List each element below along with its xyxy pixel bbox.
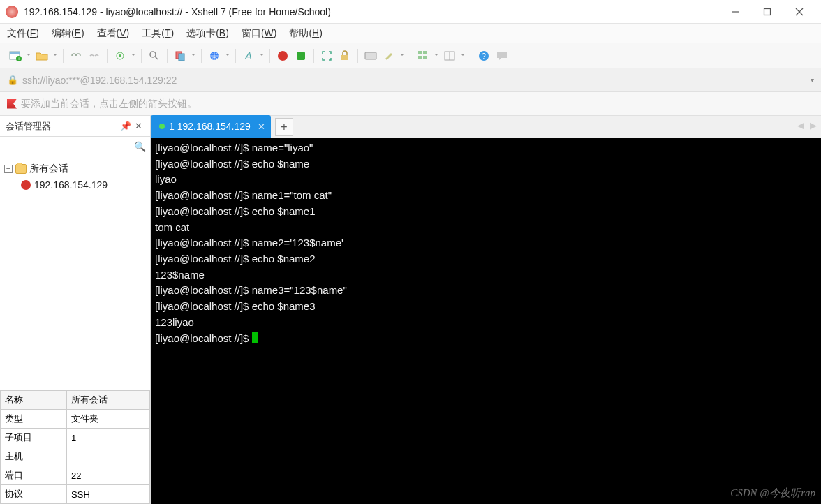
session-manager-title: 会话管理器 (6, 120, 51, 133)
svg-rect-22 (423, 56, 427, 59)
session-tree: − 所有会话 192.168.154.129 (0, 156, 150, 390)
app-logo-icon (6, 6, 18, 18)
prop-header-name: 名称 (1, 391, 67, 410)
search-icon[interactable] (146, 47, 163, 64)
tree-session-label: 192.168.154.129 (34, 179, 108, 191)
lock-small-icon: 🔒 (7, 75, 18, 85)
svg-rect-1 (764, 8, 771, 15)
svg-rect-13 (179, 54, 184, 61)
address-dropdown-icon[interactable]: ▾ (811, 76, 814, 84)
address-text: ssh://liyao:***@192.168.154.129:22 (22, 75, 811, 86)
help-icon[interactable]: ? (475, 47, 492, 64)
settings-icon[interactable] (112, 47, 128, 64)
prop-header-value: 所有会话 (67, 391, 150, 410)
session-search-row: 🔍 (0, 137, 150, 156)
settings-dropdown[interactable] (130, 47, 137, 64)
font-icon[interactable]: A (240, 47, 257, 64)
menu-edit[interactable]: 编辑(E) (52, 27, 84, 40)
svg-rect-17 (341, 55, 348, 60)
window-titlebar: 192.168.154.129 - liyao@localhost:// - X… (0, 0, 821, 24)
svg-text:?: ? (482, 52, 486, 60)
grid-dropdown[interactable] (433, 47, 440, 64)
toolbar: + A ? (0, 43, 821, 68)
address-bar[interactable]: 🔒 ssh://liyao:***@192.168.154.129:22 ▾ (0, 68, 821, 92)
close-button[interactable] (783, 1, 815, 22)
minimize-button[interactable] (719, 1, 751, 22)
table-row: 子项目1 (1, 429, 150, 447)
menu-bar: 文件(F) 编辑(E) 查看(V) 工具(T) 选项卡(B) 窗口(W) 帮助(… (0, 24, 821, 43)
menu-file[interactable]: 文件(F) (7, 27, 39, 40)
window-title: 192.168.154.129 - liyao@localhost:// - X… (24, 6, 719, 17)
table-row: 端口22 (1, 466, 150, 485)
highlight-dropdown[interactable] (399, 47, 406, 64)
search-small-icon[interactable]: 🔍 (134, 141, 146, 152)
svg-line-11 (155, 57, 158, 59)
svg-point-10 (150, 52, 156, 57)
panel-close-icon[interactable]: ✕ (132, 121, 145, 131)
menu-view[interactable]: 查看(V) (97, 27, 130, 40)
session-manager-header: 会话管理器 📌 ✕ (0, 116, 150, 137)
tree-session-node[interactable]: 192.168.154.129 (3, 177, 147, 193)
xshell-icon[interactable] (274, 47, 291, 64)
font-dropdown[interactable] (258, 47, 265, 64)
lock-icon[interactable] (336, 47, 353, 64)
tree-root-label: 所有会话 (29, 163, 68, 175)
watermark: CSDN @今夜听rap (730, 487, 815, 500)
pin-icon[interactable]: 📌 (119, 121, 132, 131)
svg-point-15 (278, 51, 288, 61)
new-session-icon[interactable]: + (7, 47, 24, 64)
session-status-icon (21, 180, 31, 190)
svg-rect-21 (418, 56, 422, 59)
new-session-dropdown[interactable] (25, 47, 32, 64)
maximize-button[interactable] (751, 1, 783, 22)
terminal-area[interactable]: [liyao@localhost //]$ name="liyao" [liya… (151, 138, 821, 504)
chat-icon[interactable] (494, 47, 510, 64)
tab-close-icon[interactable]: ✕ (258, 121, 265, 132)
tab-add-button[interactable]: + (275, 118, 293, 136)
xftp-icon[interactable] (293, 47, 309, 64)
svg-point-9 (119, 54, 121, 57)
table-row: 类型文件夹 (1, 410, 150, 429)
folder-icon (15, 164, 27, 174)
svg-rect-19 (418, 51, 422, 54)
bookmark-hint: 要添加当前会话，点击左侧的箭头按钮。 (21, 98, 197, 110)
copy-icon[interactable] (172, 47, 188, 64)
tab-status-icon (159, 124, 165, 129)
tab-next-icon[interactable]: ▶ (810, 120, 817, 131)
bookmark-flag-icon[interactable] (7, 99, 17, 109)
copy-dropdown[interactable] (190, 47, 197, 64)
menu-tools[interactable]: 工具(T) (142, 27, 174, 40)
folder-dropdown[interactable] (52, 47, 59, 64)
svg-rect-20 (423, 51, 427, 54)
svg-rect-18 (365, 52, 376, 59)
folder-icon[interactable] (34, 47, 50, 64)
menu-window[interactable]: 窗口(W) (242, 27, 277, 40)
globe-icon[interactable] (206, 47, 223, 64)
tree-collapse-icon[interactable]: − (4, 165, 13, 173)
menu-tab[interactable]: 选项卡(B) (186, 27, 229, 40)
tab-active-session[interactable]: 1 192.168.154.129 ✕ (151, 115, 271, 138)
layout-dropdown[interactable] (459, 47, 466, 64)
keyboard-icon[interactable] (362, 47, 379, 64)
tree-root-node[interactable]: − 所有会话 (3, 161, 147, 177)
tab-bar: 1 192.168.154.129 ✕ + ◀ ▶ (151, 116, 821, 138)
svg-text:+: + (17, 57, 20, 61)
menu-help[interactable]: 帮助(H) (289, 27, 322, 40)
highlight-icon[interactable] (380, 47, 397, 64)
globe-dropdown[interactable] (224, 47, 231, 64)
tab-prev-icon[interactable]: ◀ (797, 120, 804, 131)
session-manager-panel: 会话管理器 📌 ✕ 🔍 − 所有会话 192.168.154.129 名称所有会… (0, 116, 151, 504)
bookmark-bar: 要添加当前会话，点击左侧的箭头按钮。 (0, 92, 821, 116)
session-properties: 名称所有会话 类型文件夹 子项目1 主机 端口22 协议SSH (0, 390, 150, 504)
table-row: 主机 (1, 447, 150, 466)
unlink-icon[interactable] (86, 47, 103, 64)
grid-icon[interactable] (415, 47, 431, 64)
svg-rect-16 (297, 52, 305, 60)
table-row: 协议SSH (1, 485, 150, 504)
link-icon[interactable] (68, 47, 84, 64)
fullscreen-icon[interactable] (318, 47, 335, 64)
layout-icon[interactable] (441, 47, 458, 64)
svg-rect-5 (10, 52, 20, 54)
